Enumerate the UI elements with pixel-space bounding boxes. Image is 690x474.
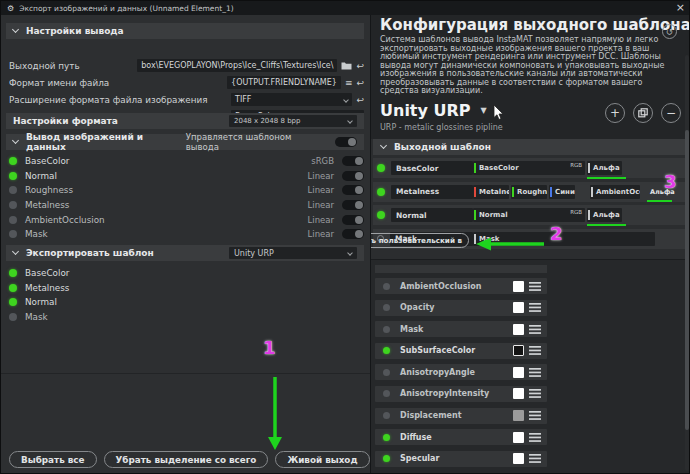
managed-by-template: Управляется шаблоном вывода bbox=[186, 132, 357, 152]
section-output-settings[interactable]: Настройки вывода bbox=[6, 23, 364, 39]
duplicate-template-button[interactable] bbox=[633, 103, 653, 123]
managed-toggle[interactable] bbox=[335, 137, 357, 147]
channel-row[interactable]: Mask bbox=[375, 321, 547, 337]
menu-icon[interactable] bbox=[529, 325, 541, 334]
close-icon[interactable]: × bbox=[676, 3, 685, 13]
config-panel-title: Конфигурация выходного шаблона bbox=[380, 16, 690, 34]
mapping-output-name[interactable]: BaseColor bbox=[391, 161, 473, 175]
channel-row[interactable]: AmbientOcclusion bbox=[375, 278, 547, 294]
output-map-toggle[interactable] bbox=[342, 229, 364, 239]
template-name-dropdown[interactable]: Unity URP ▼ bbox=[380, 101, 487, 120]
menu-icon[interactable] bbox=[529, 282, 541, 291]
channel-swatch[interactable] bbox=[513, 410, 524, 421]
export-template-dropdown[interactable]: Unity URP bbox=[229, 247, 357, 259]
mapping-source-chip[interactable]: Синий bbox=[549, 185, 575, 199]
channel-swatch[interactable] bbox=[513, 388, 524, 399]
mapping-source-chip[interactable]: Альфа bbox=[587, 161, 622, 175]
output-map-toggle[interactable] bbox=[342, 200, 364, 210]
channel-swatch[interactable] bbox=[513, 432, 524, 443]
menu-icon[interactable]: ≡ bbox=[345, 78, 353, 88]
channel-swatch[interactable] bbox=[513, 281, 524, 292]
channel-swatch[interactable] bbox=[513, 345, 524, 356]
window-titlebar[interactable]: ⚙ Экспорт изображений и данных (Unnamed … bbox=[1, 1, 690, 15]
field-dropdown[interactable]: TIFF bbox=[231, 93, 352, 106]
output-template-section: Выходной шаблон BaseColorBaseColorRGBАль… bbox=[371, 139, 690, 259]
export-template-value: Unity URP bbox=[234, 249, 274, 258]
mapping-source-chip[interactable]: BaseColorRGB bbox=[473, 161, 585, 175]
section-export-template[interactable]: Экспортировать шаблон Unity URP bbox=[6, 245, 364, 261]
channel-row[interactable]: AnisotropyAngle bbox=[375, 364, 547, 380]
export-settings-panel: Настройки вывода Выходной путьbox\EVEGOP… bbox=[1, 15, 370, 474]
add-custom-output-button[interactable]: ить пользовательский в bbox=[370, 233, 469, 248]
channel-status-dot bbox=[9, 172, 17, 180]
output-map-toggle[interactable] bbox=[342, 185, 364, 195]
channel-name: Specular bbox=[400, 454, 439, 463]
chevron-down-icon bbox=[347, 118, 353, 124]
field-input[interactable]: box\EVEGOPLAYON\Props\Ice_Cliffs\Texture… bbox=[137, 59, 337, 72]
channel-color-bar bbox=[588, 210, 590, 220]
field-input[interactable]: {OUTPUT.FRIENDLYNAME} bbox=[227, 76, 341, 89]
mapping-source-chip[interactable]: Альфа bbox=[587, 208, 622, 222]
colorspace-label: Linear bbox=[308, 215, 334, 225]
format-size-dropdown[interactable]: 2048 x 2048 8 bpp bbox=[229, 115, 357, 127]
right-scrollbar[interactable] bbox=[685, 55, 689, 471]
channel-row[interactable]: Opacity bbox=[375, 300, 547, 316]
output-map-name: Roughness bbox=[25, 185, 73, 195]
menu-icon[interactable] bbox=[529, 411, 541, 420]
live-output-button[interactable]: Живой выход bbox=[275, 451, 369, 468]
rgb-tag: RGB bbox=[570, 162, 582, 168]
mapping-output-name[interactable]: Normal bbox=[391, 208, 473, 222]
mapping-source-chip[interactable]: AmbientOcclusion bbox=[590, 185, 640, 199]
mapping-output-name[interactable]: Metalness bbox=[391, 185, 473, 199]
remove-template-button[interactable]: − bbox=[661, 103, 681, 123]
channel-row[interactable]: Specular bbox=[375, 451, 547, 467]
channel-swatch[interactable] bbox=[513, 367, 524, 378]
channel-swatch[interactable] bbox=[513, 324, 524, 335]
channel-status-dot bbox=[383, 283, 390, 290]
output-map-toggle[interactable] bbox=[342, 215, 364, 225]
chevron-down-icon bbox=[344, 97, 350, 103]
mapping-source-chip[interactable]: Roughness t... bbox=[511, 185, 547, 199]
chip-label: BaseColor bbox=[479, 164, 519, 172]
menu-icon[interactable] bbox=[529, 303, 541, 312]
channel-swatch[interactable] bbox=[513, 302, 524, 313]
deselect-all-button[interactable]: Убрать выделение со всего bbox=[104, 451, 269, 468]
section-output-maps[interactable]: Вывод изображений и данных Управляется ш… bbox=[6, 134, 364, 150]
menu-icon[interactable] bbox=[529, 346, 541, 355]
undo-icon[interactable]: ↩ bbox=[356, 61, 364, 71]
export-template-name: Mask bbox=[25, 312, 48, 322]
undo-icon[interactable]: ↩ bbox=[356, 78, 364, 88]
colorspace-label: Linear bbox=[308, 200, 334, 210]
channel-list: AmbientOcclusionOpacityMaskSubSurfaceCol… bbox=[375, 278, 547, 472]
output-map-toggle[interactable] bbox=[342, 156, 364, 166]
menu-icon[interactable] bbox=[529, 389, 541, 398]
select-all-button[interactable]: Выбрать все bbox=[9, 451, 97, 468]
output-map-toggle[interactable] bbox=[342, 171, 364, 181]
managed-by-template-label: Управляется шаблоном вывода bbox=[186, 132, 327, 152]
channel-status-dot bbox=[9, 313, 17, 321]
section-output-settings-label: Настройки вывода bbox=[26, 26, 124, 36]
channel-row[interactable]: AnisotropyIntensity bbox=[375, 386, 547, 402]
undo-icon[interactable]: ↩ bbox=[356, 95, 364, 105]
template-subtitle: URP - metalic glossines pipline bbox=[380, 123, 503, 132]
mapping-source-chip[interactable]: Mask bbox=[473, 232, 655, 246]
channel-name: AmbientOcclusion bbox=[400, 282, 481, 291]
menu-icon[interactable] bbox=[529, 454, 541, 463]
menu-icon[interactable] bbox=[529, 368, 541, 377]
folder-icon[interactable] bbox=[341, 61, 352, 70]
green-underline bbox=[587, 177, 626, 179]
menu-icon[interactable] bbox=[529, 433, 541, 442]
export-template-row: Normal bbox=[9, 295, 364, 310]
channel-row[interactable]: Displacement bbox=[375, 408, 547, 424]
channel-row[interactable]: Diffuse bbox=[375, 429, 547, 445]
template-mapping-row: NormalNormalRGBАльфа bbox=[373, 205, 690, 225]
mapping-source-chip[interactable]: Metalness bbox=[473, 185, 509, 199]
mapping-source-chip[interactable]: NormalRGB bbox=[473, 208, 585, 222]
channel-row[interactable]: SubSurfaceColor bbox=[375, 343, 547, 359]
output-template-header[interactable]: Выходной шаблон bbox=[373, 139, 690, 155]
chevron-down-icon bbox=[12, 137, 19, 144]
add-template-button[interactable]: + bbox=[605, 103, 625, 123]
scrollbar-thumb[interactable] bbox=[685, 130, 689, 430]
channel-swatch[interactable] bbox=[513, 453, 524, 464]
mapping-output: BaseColor bbox=[377, 161, 473, 175]
